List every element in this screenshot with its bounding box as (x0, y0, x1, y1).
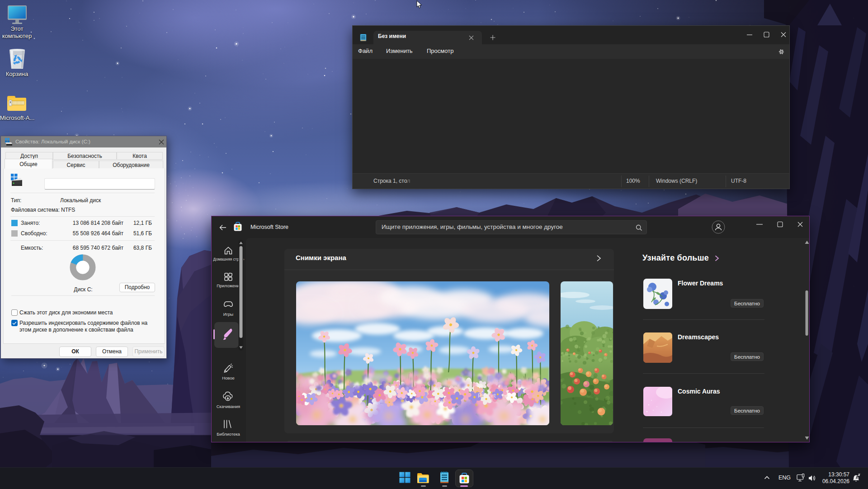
svg-text:Picsart: Picsart (478, 392, 496, 399)
